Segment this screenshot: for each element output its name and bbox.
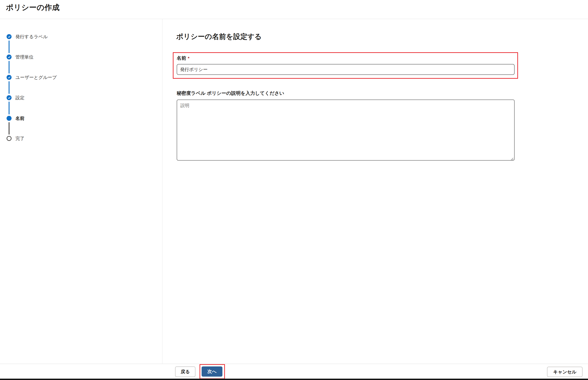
step-connector — [9, 61, 10, 74]
step-completed-icon — [7, 34, 12, 39]
back-button[interactable]: 戻る — [175, 366, 195, 377]
stepper-step-publish-labels[interactable]: 発行するラベル — [0, 33, 48, 40]
step-completed-icon — [7, 55, 12, 59]
footer-divider — [0, 364, 588, 364]
page-title: ポリシーの作成 — [6, 2, 60, 13]
step-completed-icon — [7, 95, 12, 100]
step-label: 完了 — [15, 135, 24, 142]
textarea-resize-handle-icon[interactable] — [510, 157, 514, 161]
step-connector — [9, 122, 10, 134]
step-label: 名前 — [15, 115, 24, 121]
step-connector — [9, 81, 10, 94]
step-upcoming-icon — [7, 136, 12, 141]
stepper-step-finish[interactable]: 完了 — [0, 135, 24, 142]
cancel-button[interactable]: キャンセル — [547, 367, 583, 377]
policy-name-input[interactable] — [177, 64, 515, 75]
stepper-step-admin-units[interactable]: 管理単位 — [0, 53, 34, 61]
policy-description-textarea[interactable] — [177, 99, 515, 161]
stepper-step-settings[interactable]: 設定 — [0, 94, 24, 101]
header-divider — [0, 19, 588, 19]
description-field-label: 秘密度ラベル ポリシーの説明を入力してください — [177, 90, 284, 96]
step-completed-icon — [7, 75, 12, 80]
name-field-label-text: 名前 — [177, 56, 186, 61]
required-asterisk: * — [188, 56, 189, 61]
content-heading: ポリシーの名前を設定する — [176, 32, 262, 41]
step-label: 発行するラベル — [15, 34, 48, 40]
stepper-step-name[interactable]: 名前 — [0, 115, 24, 122]
step-connector — [9, 102, 10, 114]
step-label: 管理単位 — [15, 54, 34, 60]
step-connector — [9, 40, 10, 53]
step-current-icon — [7, 116, 12, 121]
step-label: 設定 — [15, 95, 24, 101]
bottom-edge-bar — [0, 379, 588, 380]
stepper-step-users-groups[interactable]: ユーザーとグループ — [0, 74, 57, 81]
next-button[interactable]: 次へ — [202, 366, 222, 377]
sidebar-divider — [162, 19, 162, 364]
name-field-label: 名前* — [177, 55, 189, 61]
step-label: ユーザーとグループ — [15, 75, 57, 80]
